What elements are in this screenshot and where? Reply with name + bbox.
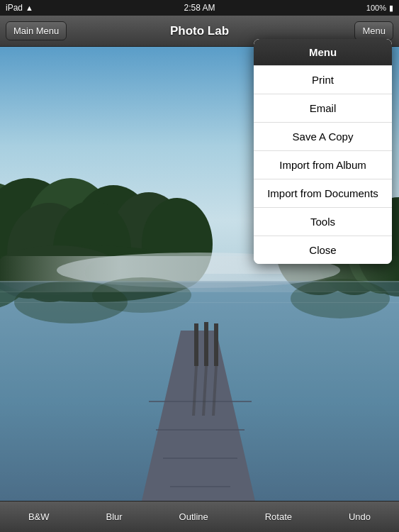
carrier-label: iPad	[6, 3, 23, 13]
battery-icon: ▮	[389, 4, 393, 13]
rotate-button[interactable]: Rotate	[257, 507, 300, 526]
menu-item-close[interactable]: Close	[254, 235, 392, 264]
svg-rect-23	[0, 281, 399, 282]
outline-button[interactable]: Outline	[171, 507, 217, 526]
svg-rect-33	[204, 322, 208, 366]
svg-rect-32	[194, 323, 198, 366]
bw-button[interactable]: B&W	[20, 507, 58, 526]
menu-dropdown: Menu Print Email Save A Copy Import from…	[254, 39, 392, 264]
menu-item-email[interactable]: Email	[254, 94, 392, 122]
menu-item-save-copy[interactable]: Save A Copy	[254, 122, 392, 150]
wifi-icon: ▲	[26, 4, 33, 12]
svg-rect-24	[0, 292, 399, 292]
svg-rect-25	[0, 302, 399, 303]
menu-header: Menu	[254, 39, 392, 65]
undo-button[interactable]: Undo	[340, 507, 379, 526]
svg-point-21	[92, 277, 191, 313]
svg-rect-34	[214, 323, 218, 366]
nav-title: Photo Lab	[170, 24, 229, 38]
bottom-toolbar: B&W Blur Outline Rotate Undo	[0, 501, 399, 532]
status-carrier: iPad ▲	[6, 3, 33, 13]
menu-item-print[interactable]: Print	[254, 65, 392, 94]
menu-item-import-documents[interactable]: Import from Documents	[254, 179, 392, 207]
menu-item-tools[interactable]: Tools	[254, 207, 392, 235]
main-menu-button[interactable]: Main Menu	[6, 21, 67, 40]
menu-button[interactable]: Menu	[354, 21, 393, 40]
menu-item-import-album[interactable]: Import from Album	[254, 150, 392, 179]
blur-button[interactable]: Blur	[98, 507, 131, 526]
status-time: 2:58 AM	[184, 3, 215, 13]
battery-label: 100%	[366, 4, 386, 12]
status-right: 100% ▮	[366, 4, 393, 13]
svg-point-22	[291, 279, 390, 318]
status-bar: iPad ▲ 2:58 AM 100% ▮	[0, 0, 399, 16]
